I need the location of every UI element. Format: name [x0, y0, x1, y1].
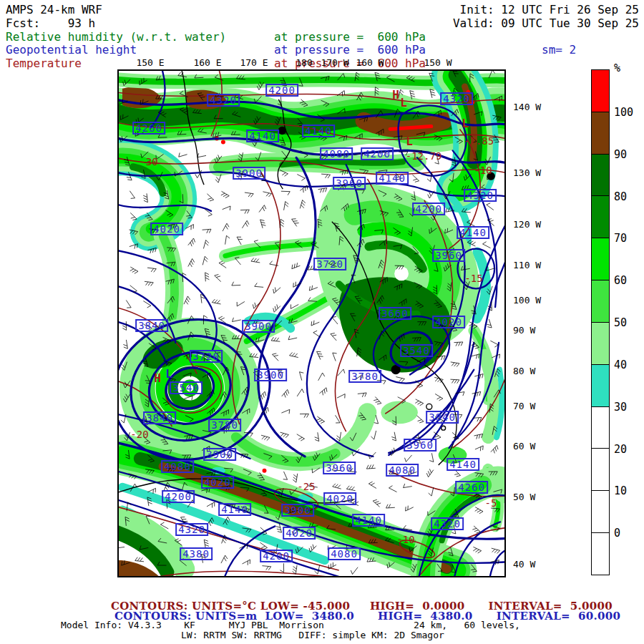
height-contour-label: 3900 — [254, 369, 287, 381]
height-contour-label: 3960 — [333, 177, 366, 190]
height-contour-label: 4080 — [320, 147, 353, 160]
lon-tick-right: 90 W — [513, 325, 535, 336]
height-contour-label: 3900 — [203, 448, 236, 461]
height-contour-label: 4200 — [361, 147, 394, 160]
height-contour-label: 4020 — [283, 527, 316, 540]
height-contour-label: 4320 — [175, 523, 208, 536]
colorbar-tick-label: 10 — [614, 484, 627, 497]
height-contour-label: 4140 — [218, 503, 251, 516]
height-contour-label: 3900 — [242, 320, 275, 333]
height-contour-label: 4200 — [265, 84, 298, 97]
forecast-hour: Fcst: 93 h — [6, 17, 95, 29]
height-contour-label: 4080 — [161, 460, 194, 473]
colorbar-tick-label: 100 — [614, 106, 633, 119]
colorbar-tick-label: 40 — [614, 358, 627, 371]
height-contour-label: 4200 — [412, 203, 445, 215]
field-height-label: Geopotential height — [6, 44, 137, 56]
colorbar-tick-label: 80 — [614, 190, 627, 203]
model-title: AMPS 24-km WRF — [6, 4, 102, 16]
lon-tick-top: 160 E — [193, 57, 221, 68]
height-contour-label: 4140 — [376, 172, 409, 185]
height-contour-label: 3960 — [432, 249, 465, 262]
lon-tick-right: 70 W — [513, 401, 535, 411]
high-center-marker: H — [392, 88, 399, 102]
colorbar-segment — [591, 280, 610, 323]
height-contour-label: 3540 — [400, 344, 433, 357]
height-contour-label: 3720 — [190, 350, 223, 363]
height-contour-label: 3720 — [313, 258, 346, 270]
colorbar-segment — [591, 112, 610, 155]
low-center-marker: L — [462, 117, 469, 130]
height-contour-label: 4080 — [386, 464, 419, 477]
field-temp-label: Temperature — [6, 57, 82, 69]
model-info-line2: LW: RRTM SW: RRTMG DIFF: simple KM: 2D S… — [181, 630, 444, 640]
height-contour-label: 4320 — [464, 189, 497, 202]
height-contour-label: 3660 — [379, 307, 411, 320]
height-contour-label: 4200 — [260, 550, 293, 562]
height-contour-label: 4320 — [440, 92, 473, 105]
lon-tick-top: 160 W — [356, 57, 384, 68]
temp-contour-label: -12.79 — [406, 150, 442, 162]
colorbar-segment — [591, 195, 610, 238]
smoothing-label: sm= 2 — [542, 44, 576, 56]
colorbar-unit-label: % — [614, 62, 620, 74]
colorbar-tick-label: 70 — [614, 232, 627, 245]
colorbar-segment — [591, 69, 610, 112]
lon-tick-top: 170 E — [240, 57, 268, 68]
low-center-marker: L — [400, 96, 407, 109]
height-contour-label: 3840 — [426, 411, 459, 424]
low-center-marker: L — [406, 135, 413, 148]
colorbar-segment — [591, 238, 610, 280]
temp-contour-label: -10 — [474, 165, 492, 176]
lon-tick-top: 150 W — [424, 57, 452, 68]
lon-tick-right: 100 W — [513, 295, 541, 306]
colorbar-tick-label: 50 — [614, 316, 627, 329]
height-contour-label: 4140 — [302, 125, 335, 137]
height-contour-label: 4380 — [180, 547, 213, 560]
height-contour-label: 4140 — [352, 514, 385, 527]
colorbar-segment — [591, 448, 610, 491]
temp-contour-label: -10 — [396, 534, 414, 545]
temp-contour-label: -15 — [464, 273, 482, 284]
low-center-marker: L — [165, 367, 172, 381]
lon-tick-right: 60 W — [513, 441, 535, 452]
height-contour-label: 4020 — [201, 476, 234, 489]
height-contour-label: 3840 — [135, 319, 168, 332]
height-contour-label: 4140 — [447, 458, 479, 471]
colorbar-segment — [591, 532, 610, 575]
lon-tick-right: 120 W — [513, 219, 541, 230]
height-contour-label: 4320 — [207, 94, 240, 107]
temp-contour-label: -5 — [485, 497, 497, 509]
height-contour-label: 4020 — [323, 492, 356, 505]
lon-tick-right: 130 W — [513, 167, 541, 178]
height-contour-label: 4200 — [162, 490, 195, 503]
lon-tick-right: 40 W — [513, 559, 535, 570]
height-contour-label: 3540 — [170, 381, 203, 394]
temp-contour-label: -7.85 — [464, 135, 494, 147]
field-rh-level: at pressure = 600 hPa — [274, 31, 426, 43]
height-contour-label: 4320 — [431, 517, 464, 530]
lon-tick-right: 140 W — [513, 102, 541, 112]
colorbar-tick-label: 90 — [614, 148, 627, 161]
height-contour-label: 4260 — [455, 481, 488, 494]
colorbar-segment — [591, 154, 610, 197]
height-contour-label: 4140 — [246, 130, 279, 142]
colorbar-tick-label: 30 — [614, 401, 627, 414]
colorbar-segment — [591, 406, 610, 449]
height-contour-label: 3780 — [348, 370, 381, 383]
height-contour-label: 4020 — [150, 223, 183, 235]
height-contour-label: 3960 — [404, 439, 436, 452]
lon-tick-right: 110 W — [513, 260, 541, 270]
lon-tick-right: 50 W — [513, 492, 535, 502]
height-contour-label: 3900 — [233, 167, 265, 180]
init-time: Init: 12 UTC Fri 26 Sep 25 — [460, 4, 639, 16]
lon-tick-top: 150 E — [136, 57, 164, 68]
field-height-level: at pressure = 600 hPa — [274, 44, 426, 56]
colorbar — [591, 70, 610, 575]
colorbar-tick-label: 60 — [614, 274, 627, 287]
colorbar-tick-label: 20 — [614, 443, 627, 456]
colorbar-tick-label: 0 — [614, 527, 620, 540]
temp-contour-label: -20 — [130, 429, 148, 440]
height-contour-label: 4260 — [132, 122, 165, 135]
height-contour-label: 4140 — [457, 226, 489, 239]
